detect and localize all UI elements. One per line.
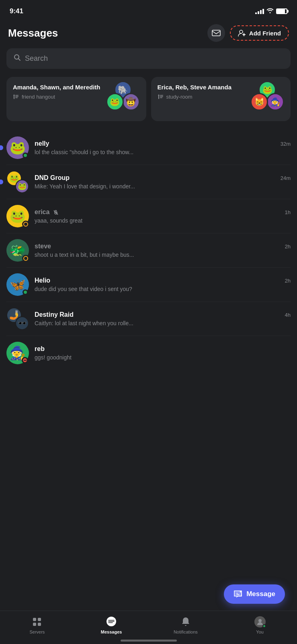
active-channels: Amanda, Shawn, and Meredith friend hango… — [0, 77, 297, 131]
message-time-nelly: 32m — [281, 141, 291, 147]
search-bar[interactable]: Search — [6, 48, 291, 69]
message-header-dnd: DND Group 24m — [35, 174, 291, 182]
message-preview-helio: dude did you see that video i sent you? — [35, 286, 291, 292]
search-placeholder: Search — [25, 54, 48, 63]
search-icon — [14, 54, 21, 63]
svg-rect-7 — [158, 96, 159, 99]
svg-point-1 — [240, 30, 243, 33]
channel-1-avatar-2: 🤠 — [122, 93, 140, 111]
svg-rect-6 — [15, 97, 18, 98]
nav-item-messages[interactable]: Messages — [74, 616, 149, 634]
unread-indicator-nelly — [0, 145, 3, 150]
svg-rect-8 — [160, 95, 163, 96]
svg-point-19 — [258, 619, 262, 622]
dnd-status-reb — [22, 357, 28, 363]
svg-rect-0 — [212, 30, 220, 36]
notifications-icon — [180, 616, 192, 628]
avatar-wrap-reb: 🧙 — [6, 342, 29, 364]
message-name-helio: Helio — [35, 277, 50, 284]
message-item-dnd[interactable]: 🐸 🐸 DND Group 24m Mike: Yeah I love that… — [6, 165, 291, 199]
message-content-steve: steve 2h shoot u a text in a bit, but i … — [35, 243, 291, 258]
channel-2-avatar-3: 😸 — [250, 93, 268, 111]
messages-nav-icon — [105, 616, 117, 628]
muted-icon-erica — [53, 210, 59, 215]
avatar-dnd-2: 🐸 — [15, 180, 29, 193]
message-item-destiny[interactable]: 🤳 🕶️ Destiny Raid 4h Caitlyn: lol at las… — [6, 302, 291, 336]
message-item-helio[interactable]: 🦋 Helio 2h dude did you see that video i… — [6, 268, 291, 302]
message-time-destiny: 4h — [285, 312, 291, 318]
messages-nav-label: Messages — [101, 630, 122, 634]
busy-status-erica — [22, 221, 29, 228]
message-preview-steve: shoot u a text in a bit, but i maybe bus… — [35, 252, 291, 258]
add-friend-label: Add Friend — [249, 30, 281, 37]
channel-2-avatars: 🐸 🧙 😸 — [250, 81, 287, 117]
new-message-button[interactable]: Message — [224, 584, 285, 604]
message-item-nelly[interactable]: 🐸 nelly 32m lol the classic "should i go… — [6, 131, 291, 165]
message-header-nelly: nelly 32m — [35, 140, 291, 147]
status-time: 9:41 — [10, 7, 23, 15]
message-name-reb: reb — [35, 345, 45, 353]
bottom-nav: Servers Messages Notifications — [0, 611, 297, 644]
header-actions: Add Friend — [207, 24, 289, 42]
busy-status-steve — [22, 255, 29, 262]
svg-rect-17 — [38, 623, 41, 626]
message-name-destiny: Destiny Raid — [35, 311, 74, 318]
message-item-steve[interactable]: 🐲 steve 2h shoot u a text in a bit, but … — [6, 233, 291, 268]
svg-rect-15 — [38, 618, 41, 621]
servers-label: Servers — [29, 630, 45, 634]
message-time-steve: 2h — [285, 244, 291, 250]
notifications-label: Notifications — [174, 630, 198, 634]
channel-1-avatar-3: 🐸 — [106, 93, 124, 111]
wifi-icon — [266, 8, 274, 15]
message-content-helio: Helio 2h dude did you see that video i s… — [35, 277, 291, 292]
channel-2-label: study-room — [166, 94, 193, 100]
message-content-erica: erica 1h yaaa, sounds great — [35, 208, 291, 224]
message-preview-erica: yaaa, sounds great — [35, 217, 291, 224]
message-name-steve: steve — [35, 243, 51, 250]
home-indicator — [121, 640, 177, 642]
svg-rect-4 — [15, 95, 18, 96]
status-icons — [255, 8, 287, 15]
nav-item-servers[interactable]: Servers — [0, 616, 74, 634]
message-item-reb[interactable]: 🧙 reb ggs! goodnight — [6, 336, 291, 370]
signal-icon — [255, 8, 264, 14]
unread-indicator-dnd — [0, 180, 3, 184]
svg-rect-10 — [160, 97, 162, 98]
avatar-destiny-2: 🕶️ — [15, 316, 29, 330]
message-content-nelly: nelly 32m lol the classic "should i go t… — [35, 140, 291, 155]
avatar-wrap-nelly: 🐸 — [6, 136, 29, 159]
message-header-helio: Helio 2h — [35, 277, 291, 284]
avatar-wrap-erica: 🐸 — [6, 205, 29, 227]
message-header-reb: reb — [35, 345, 291, 353]
servers-icon — [31, 616, 43, 628]
svg-rect-5 — [15, 96, 18, 97]
message-item-erica[interactable]: 🐸 erica 1h — [6, 199, 291, 233]
channel-card-2[interactable]: Erica, Reb, Steve Amanda study-room 🐸 🧙 … — [151, 77, 291, 121]
avatar-wrap-destiny: 🤳 🕶️ — [6, 308, 29, 330]
message-name-dnd: DND Group — [35, 174, 70, 182]
message-header-steve: steve 2h — [35, 243, 291, 250]
message-content-dnd: DND Group 24m Mike: Yeah I love that des… — [35, 174, 291, 190]
status-bar: 9:41 — [0, 0, 297, 20]
message-time-helio: 2h — [285, 278, 291, 284]
message-preview-nelly: lol the classic "should i go to the show… — [35, 149, 291, 155]
message-preview-dnd: Mike: Yeah I love that design, i wonder.… — [35, 183, 291, 190]
online-status-helio — [23, 289, 28, 295]
nav-item-you[interactable]: You — [223, 616, 297, 634]
mail-button[interactable] — [207, 24, 225, 42]
page-header: Messages Add Friend — [0, 20, 297, 48]
nav-item-notifications[interactable]: Notifications — [149, 616, 223, 634]
search-container: Search — [6, 48, 291, 69]
message-time-dnd: 24m — [281, 175, 291, 181]
svg-rect-16 — [33, 623, 36, 626]
message-header-destiny: Destiny Raid 4h — [35, 311, 291, 318]
channel-card-1[interactable]: Amanda, Shawn, and Meredith friend hango… — [6, 77, 146, 121]
message-header-erica: erica 1h — [35, 208, 291, 216]
avatar-wrap-helio: 🦋 — [6, 273, 29, 296]
message-name-nelly: nelly — [35, 140, 49, 147]
add-friend-button[interactable]: Add Friend — [230, 25, 289, 41]
channel-2-avatar-2: 🧙 — [266, 93, 284, 111]
you-icon — [254, 616, 266, 628]
avatar-wrap-dnd: 🐸 🐸 — [6, 171, 29, 193]
message-content-destiny: Destiny Raid 4h Caitlyn: lol at last nig… — [35, 311, 291, 326]
